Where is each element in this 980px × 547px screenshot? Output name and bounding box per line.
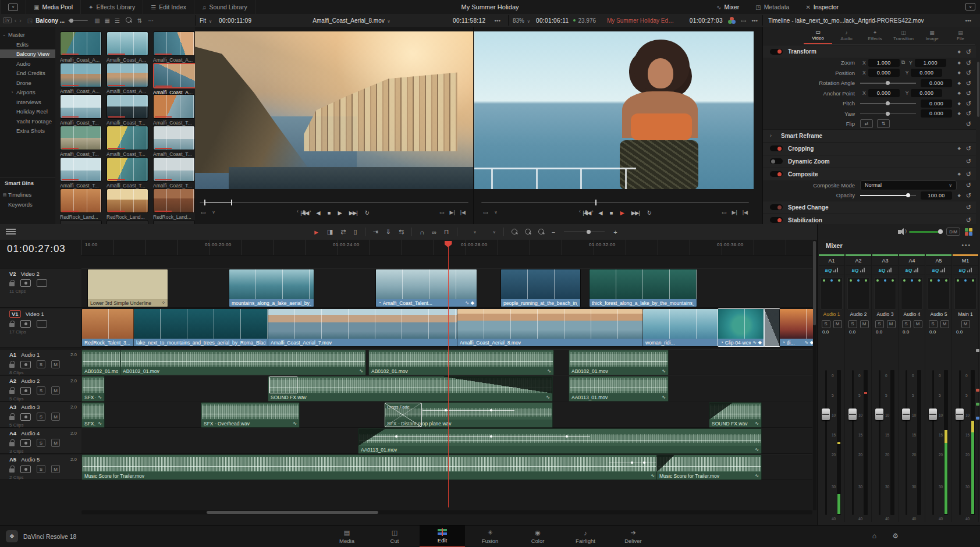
media-pool-options-icon[interactable]: ⋯ [145,17,157,24]
param-x-value[interactable]: 1.000 [868,59,900,67]
timeline-clip[interactable]: woman_ridi... [642,308,719,347]
media-clip-tile[interactable]: Amalfi_Coast_T... [60,126,101,157]
audio-clip[interactable]: AA0113_01.mov∿ [569,376,669,402]
first-frame-button[interactable]: |◀◀ [583,209,591,216]
timeline-zoom-selector[interactable]: 83% ∨ [513,17,530,24]
media-clip-tile[interactable]: Amalfi_Coast_A... [153,31,194,63]
automation-keyframe-dot[interactable] [643,461,645,464]
source-clip-name-dropdown[interactable]: Amalfi_Coast_Aerial_8.mov ∨ [195,17,508,24]
timeline-name-dropdown[interactable]: My Summer Holiday Edit ∨ [607,17,675,24]
video-scopes-icon[interactable] [965,228,972,236]
dynamic-trim-mode-button[interactable]: ⇄ [340,228,346,236]
audio-clip[interactable]: SFX...∿ [81,402,105,428]
section-chevron-icon[interactable]: › [770,133,776,138]
page-tab-cut[interactable]: ◫Cut [372,525,417,547]
timeline-clip[interactable]: Amalfi_Coast_Aerial_8.mov [457,308,644,347]
param-x-value[interactable]: 0.000 [868,89,900,97]
reset-icon[interactable]: ↺ [966,158,971,164]
track-enable-icon[interactable] [20,439,31,447]
inspector-tab-transition[interactable]: ◫Transition [889,27,918,44]
param-x-value[interactable]: 0.000 [868,69,900,77]
audio-clip[interactable]: AA0113_01.mov∿ [358,428,762,454]
track-enable-icon[interactable] [20,387,31,395]
mute-button[interactable]: M [887,320,896,328]
effects-library-button[interactable]: ✦Effects Library [81,0,143,14]
audio-clip[interactable]: SOUND FX.wav∿ [268,376,553,402]
keyframe-diamond-icon[interactable]: ◆ [957,81,960,86]
horizontal-scrollbar[interactable] [81,510,812,514]
keyframe-diamond-icon[interactable]: ◆ [957,61,960,65]
play-button[interactable]: ▶ [620,209,623,216]
track-lock-icon[interactable] [9,364,15,368]
channel-fader[interactable]: 051015203040 [899,367,925,517]
audio-clip[interactable]: SFX - Distant prop plane.wavCross Fade [384,402,553,428]
keyframe-diamond-icon[interactable]: ◆ [957,146,960,151]
timeline-clip[interactable]: Amalfi_Coast_Aerial_7.mov [268,308,458,347]
channel-fader[interactable]: 051015203040 [926,367,951,517]
reset-icon[interactable]: ↺ [966,121,971,127]
channel-eq[interactable]: EQ [926,266,951,275]
mute-button[interactable]: M [961,320,970,328]
param-y-value[interactable]: 1.000 [915,59,946,67]
crossfade-transition[interactable]: Cross Fade [385,403,422,427]
stop-button[interactable]: ■ [328,209,331,216]
composite-toggle[interactable] [770,171,783,177]
overwrite-clip-button[interactable]: ⇓ [386,228,391,236]
section-header-cropping[interactable]: Cropping◆↺ [763,142,976,155]
smart-bin-timelines[interactable]: ▤Timelines [0,190,63,199]
media-clip-tile[interactable]: Amalfi_Coast_T... [153,157,194,189]
media-clip-tile[interactable]: Amalfi_Coast_T... [153,126,194,157]
keyframe-diamond-icon[interactable]: ◆ [957,49,960,54]
replace-clip-button[interactable]: ⇆ [399,228,404,236]
stop-button[interactable]: ■ [610,209,613,216]
source-crop-selector[interactable]: ▭∨ [201,205,215,220]
keyframe-diamond-icon[interactable]: ◆ [957,101,960,106]
param-value[interactable]: 0.000 [921,79,952,87]
timeline-clip[interactable]: thick_forest_along_a_lake_by_the_mountai… [589,269,697,307]
reset-icon[interactable]: ↺ [966,193,971,198]
channel-eq[interactable]: EQ [899,266,925,275]
page-tab-edit[interactable]: Edit [420,525,465,547]
inspector-button[interactable]: ✕Inspector [797,0,847,14]
linked-selection-button[interactable]: ∞ [432,229,436,236]
track-lock-icon[interactable] [9,468,15,473]
mute-button[interactable]: M [833,320,842,328]
keyframe-diamond-icon[interactable]: ◆ [957,91,960,95]
fader-knob[interactable] [902,409,910,420]
inspector-scrollbar[interactable] [977,62,979,117]
media-clip-tile[interactable]: Amalfi_Coast_A... [106,31,147,63]
media-clip-tile[interactable] [60,220,101,224]
source-viewer-image[interactable] [195,31,474,189]
forward-arrow-icon[interactable]: › [19,17,24,24]
play-reverse-button[interactable]: ◀ [598,209,602,216]
monitor-volume-slider[interactable] [909,231,942,233]
audio-clip[interactable]: Music Score for Trailer.mov∿ [81,454,658,480]
channel-fader[interactable]: 051015203040 [819,367,844,517]
track-header-A2[interactable]: A2Audio 22.0SM5 Clips [0,375,81,402]
audio-clip[interactable]: AB0102_01.mov∿ [120,350,366,375]
solo-button[interactable]: S [929,320,938,328]
sidebar-bin-interviews[interactable]: Interviews [0,98,63,106]
sound-library-button[interactable]: ♫Sound Library [194,0,255,14]
sidebar-bin-edits[interactable]: Edits [0,40,63,49]
media-clip-tile[interactable]: Amalfi_Coast_A... [153,63,194,95]
timeline-viewer-options-icon[interactable]: ••• [751,17,758,24]
sidebar-bin-airports[interactable]: ›Airports [0,88,63,97]
thumb-size-slider[interactable] [68,20,88,21]
section-header-smart-reframe[interactable]: ›Smart Reframe [763,129,976,142]
dynamic-zoom-toggle[interactable] [770,158,783,164]
track-lock-icon[interactable] [9,390,15,394]
flip-horizontal-button[interactable]: ⇄ [860,119,873,128]
timeline-viewer-image[interactable] [474,31,754,189]
back-arrow-icon[interactable]: ‹ [12,17,19,24]
reset-icon[interactable]: ↺ [966,182,971,188]
inspector-tab-file[interactable]: ▤File [946,27,975,44]
zoom-custom-button[interactable] [538,229,544,236]
blade-edit-mode-button[interactable]: ▯ [354,228,357,236]
reset-icon[interactable]: ↺ [966,204,971,210]
speaker-icon[interactable] [898,230,901,234]
reset-icon[interactable]: ↺ [966,145,971,151]
trim-edit-mode-button[interactable]: ◨ [327,228,333,236]
reset-icon[interactable]: ↺ [966,60,971,66]
reset-icon[interactable]: ↺ [966,101,971,106]
